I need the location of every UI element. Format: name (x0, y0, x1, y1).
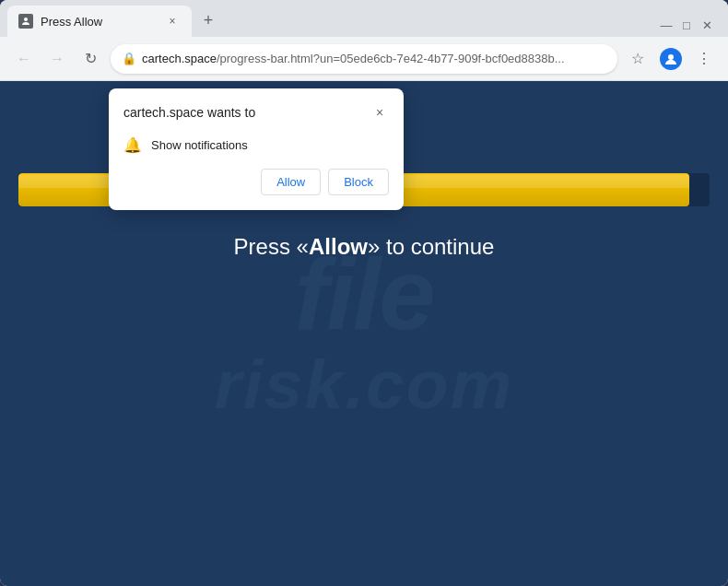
svg-point-1 (24, 18, 28, 21)
forward-button[interactable]: → (44, 46, 70, 72)
block-button[interactable]: Block (328, 169, 389, 195)
new-tab-button[interactable]: + (195, 7, 221, 33)
notification-popup: cartech.space wants to × 🔔 Show notifica… (109, 88, 404, 210)
profile-icon (660, 48, 682, 70)
popup-buttons: Allow Block (109, 169, 404, 210)
address-path: /progress-bar.html?un=05ede6cb-7e42-4b77… (217, 52, 565, 65)
profile-button[interactable] (658, 46, 684, 72)
notification-label: Show notifications (151, 138, 248, 152)
allow-button[interactable]: Allow (261, 169, 321, 195)
popup-title: cartech.space wants to (123, 105, 255, 120)
address-bar[interactable]: 🔒 cartech.space/progress-bar.html?un=05e… (111, 44, 617, 74)
text-before: Press « (234, 234, 309, 259)
active-tab[interactable]: Press Allow × (7, 6, 192, 37)
allow-emphasis: Allow (309, 234, 368, 259)
bookmark-button[interactable]: ☆ (625, 46, 651, 72)
popup-header: cartech.space wants to × (109, 88, 404, 129)
toolbar: ← → ↻ 🔒 cartech.space/progress-bar.html?… (0, 37, 728, 81)
address-text: cartech.space/progress-bar.html?un=05ede… (142, 52, 606, 65)
minimize-button[interactable]: — (660, 18, 673, 31)
back-button[interactable]: ← (11, 46, 37, 72)
close-window-button[interactable]: ✕ (700, 18, 713, 31)
tab-close-button[interactable]: × (164, 13, 181, 29)
maximize-button[interactable]: □ (680, 18, 693, 31)
page-content: file risk.com cartech.space wants to × 🔔… (0, 81, 728, 586)
browser-window: Press Allow × + — □ ✕ ← → ↻ 🔒 cartech.sp… (0, 0, 728, 586)
popup-notification-row: 🔔 Show notifications (109, 129, 404, 169)
window-controls: — □ ✕ (660, 18, 721, 37)
tab-favicon (18, 14, 33, 29)
bell-icon: 🔔 (123, 136, 142, 154)
tab-title: Press Allow (41, 15, 157, 29)
main-instruction-text: Press «Allow» to continue (234, 234, 495, 260)
browser-menu-button[interactable]: ⋮ (691, 46, 717, 72)
svg-point-2 (668, 54, 674, 60)
text-after: » to continue (368, 234, 494, 259)
tab-bar: Press Allow × + — □ ✕ (0, 0, 728, 37)
address-domain: cartech.space (142, 52, 217, 65)
lock-icon: 🔒 (122, 52, 136, 65)
watermark-bottom-text: risk.com (215, 345, 514, 424)
reload-button[interactable]: ↻ (77, 46, 103, 72)
popup-close-button[interactable]: × (370, 103, 389, 122)
